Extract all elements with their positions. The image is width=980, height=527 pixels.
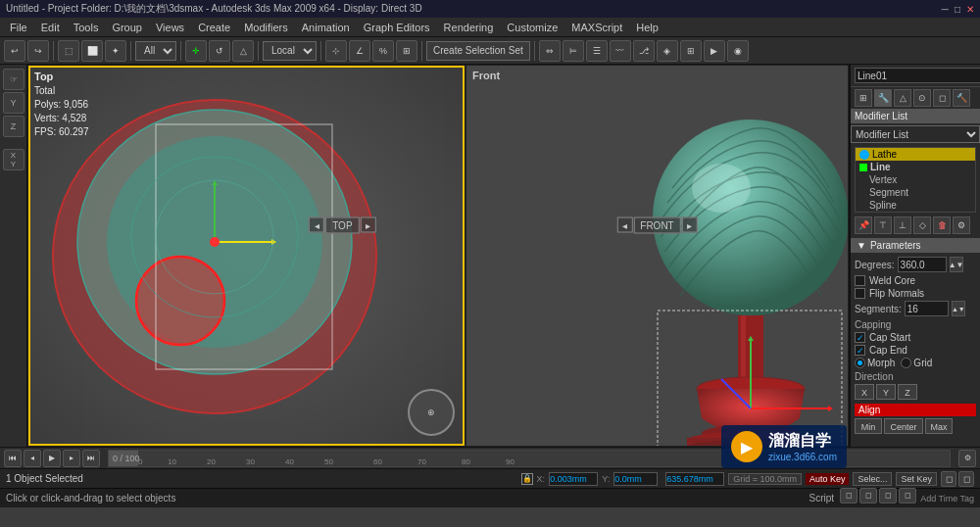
selected-btn[interactable]: Selec... (853, 472, 892, 486)
viewport-top[interactable]: Top Total Polys: 9,056 Verts: 4,528 FPS:… (27, 65, 466, 447)
tab-motion[interactable]: ⊙ (913, 89, 931, 107)
front-nav-right[interactable]: ▸ (682, 217, 698, 233)
grid-radio[interactable] (901, 358, 911, 368)
nav-circle[interactable]: ⊕ (408, 389, 455, 436)
cap-start-cb[interactable] (855, 332, 865, 343)
select-type-btn[interactable]: ✦ (105, 40, 126, 62)
play-btn[interactable]: ▶ (43, 450, 61, 467)
object-name-field[interactable] (855, 68, 980, 83)
front-nav-label[interactable]: FRONT (633, 216, 680, 233)
select-obj-btn[interactable]: ⬚ (58, 40, 79, 62)
menu-maxscript[interactable]: MAXScript (565, 20, 628, 35)
menu-rendering[interactable]: Rendering (438, 20, 500, 35)
lt-xy[interactable]: XY (3, 149, 24, 170)
coord-z-input[interactable] (665, 472, 724, 486)
go-start-btn[interactable]: ⏮ (4, 450, 22, 467)
material-btn[interactable]: ◈ (657, 40, 678, 62)
top-nav-label[interactable]: TOP (325, 216, 359, 233)
next-frame-btn[interactable]: ▸ (63, 450, 80, 467)
weld-core-cb[interactable] (855, 275, 865, 286)
pin-stack-btn[interactable]: 📌 (855, 216, 872, 234)
align-btn[interactable]: ⊨ (563, 40, 584, 62)
menu-customize[interactable]: Customize (501, 20, 564, 35)
curve-editor-btn[interactable]: 〰 (610, 40, 631, 62)
percent-snap-btn[interactable]: % (372, 40, 394, 62)
scale-btn[interactable]: △ (232, 40, 254, 62)
tab-utilities[interactable]: 🔨 (953, 89, 970, 107)
render-setup-btn[interactable]: ⊞ (680, 40, 702, 62)
br-btn1[interactable]: ◻ (840, 488, 858, 503)
top-nav-right[interactable]: ▸ (361, 217, 376, 233)
modifier-list-dropdown[interactable]: Modifier List (851, 125, 980, 143)
align-center-btn[interactable]: Center (884, 418, 923, 434)
snaps-btn[interactable]: ⊹ (325, 40, 347, 62)
align-max-btn[interactable]: Max (925, 418, 953, 434)
menu-tools[interactable]: Tools (68, 20, 105, 35)
front-nav-left[interactable]: ◂ (616, 217, 632, 233)
angle-snap-btn[interactable]: ∠ (349, 40, 370, 62)
br-btn4[interactable]: ◻ (899, 488, 916, 503)
dir-z-btn[interactable]: Z (898, 384, 917, 400)
schematic-btn[interactable]: ⎇ (633, 40, 655, 62)
dir-x-btn[interactable]: X (855, 384, 874, 400)
move-btn[interactable]: ✛ (185, 40, 207, 62)
layer-mgr-btn[interactable]: ☰ (586, 40, 608, 62)
menu-group[interactable]: Group (106, 20, 148, 35)
tab-create[interactable]: ⊞ (855, 89, 872, 107)
undo-btn[interactable]: ↩ (4, 40, 25, 62)
menu-help[interactable]: Help (630, 20, 664, 35)
tab-hierarchy[interactable]: △ (894, 89, 911, 107)
lt-y[interactable]: Y (3, 92, 24, 114)
auto-key-btn[interactable]: Auto Key (806, 473, 850, 485)
corner-btn2[interactable]: ◻ (958, 471, 974, 487)
modifier-lathe[interactable]: Lathe (856, 148, 975, 161)
maximize-btn[interactable]: □ (955, 4, 960, 15)
rotate-btn[interactable]: ↺ (209, 40, 230, 62)
lt-select[interactable]: ☞ (3, 69, 24, 90)
morph-radio[interactable] (855, 358, 865, 368)
time-config-btn[interactable]: ⚙ (958, 450, 976, 467)
close-btn[interactable]: ✕ (966, 4, 974, 15)
prev-frame-btn[interactable]: ◂ (24, 450, 41, 467)
menu-graph-editors[interactable]: Graph Editors (358, 20, 436, 35)
minimize-btn[interactable]: ─ (942, 4, 949, 15)
params-header[interactable]: ▼ Parameters (851, 238, 980, 253)
menu-file[interactable]: File (4, 20, 33, 35)
coord-x-input[interactable] (549, 472, 598, 486)
mirror-btn[interactable]: ⇔ (539, 40, 561, 62)
menu-modifiers[interactable]: Modifiers (238, 20, 294, 35)
degrees-spinner[interactable]: ▲▼ (950, 257, 963, 272)
modifier-line[interactable]: Line (856, 161, 975, 173)
coord-y-input[interactable] (613, 472, 658, 486)
segments-spinner[interactable]: ▲▼ (952, 301, 965, 316)
active-shade-btn[interactable]: ◉ (727, 40, 749, 62)
segments-input[interactable] (905, 301, 949, 316)
align-min-btn[interactable]: Min (855, 418, 882, 434)
modifier-spline[interactable]: Spline (856, 199, 975, 212)
modifier-segment[interactable]: Segment (856, 186, 975, 199)
spinner-snap-btn[interactable]: ⊞ (396, 40, 417, 62)
remove-modifier-btn[interactable]: 🗑 (933, 216, 951, 234)
menu-views[interactable]: Views (150, 20, 190, 35)
top-nav-left[interactable]: ◂ (309, 217, 324, 233)
create-selection-set[interactable]: Create Selection Set (426, 41, 530, 61)
config-modifier-btn[interactable]: ⚙ (953, 216, 970, 234)
go-end-btn[interactable]: ⏭ (82, 450, 100, 467)
cap-end-cb[interactable] (855, 345, 865, 356)
corner-btn1[interactable]: ◻ (941, 471, 956, 487)
tab-display[interactable]: ◻ (933, 89, 951, 107)
lock-selection-btn[interactable]: 🔒 (521, 473, 533, 485)
br-btn2[interactable]: ◻ (859, 488, 877, 503)
make-unique-btn[interactable]: ◇ (913, 216, 931, 234)
flip-normals-cb[interactable] (855, 288, 865, 299)
modifier-vertex[interactable]: Vertex (856, 173, 975, 186)
set-key-btn[interactable]: Set Key (896, 472, 937, 486)
show-end-btn[interactable]: ⊤ (874, 216, 892, 234)
viewport-front[interactable]: Front ◂ FRONT ▸ (466, 65, 849, 447)
render-btn[interactable]: ▶ (704, 40, 725, 62)
lt-z[interactable]: Z (3, 116, 24, 137)
select-region-btn[interactable]: ⬜ (81, 40, 103, 62)
select-filter-dropdown[interactable]: All (135, 41, 176, 61)
br-btn3[interactable]: ◻ (879, 488, 897, 503)
menu-animation[interactable]: Animation (296, 20, 356, 35)
